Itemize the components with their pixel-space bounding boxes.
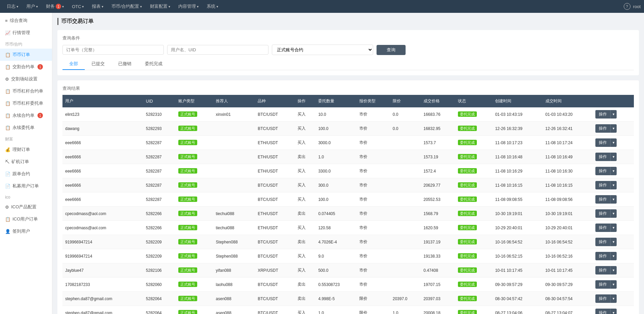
sidebar-item-leverage-orders[interactable]: 📋 币币杠杆合约单 (0, 85, 52, 97)
settings-icon: ⚙ (5, 77, 9, 82)
nav-item-reports[interactable]: 报表 ▾ (88, 0, 107, 13)
action-button[interactable]: 操作 (595, 138, 610, 147)
cell-limit-price (390, 164, 421, 178)
action-button[interactable]: 操作 (595, 124, 610, 133)
nav-item-content[interactable]: 内容管理 ▾ (175, 0, 202, 13)
order-number-input[interactable] (62, 45, 164, 55)
cell-variety: BTC/USDT (255, 122, 295, 136)
sidebar-item-copy-trade[interactable]: 📄 跟单合约 (0, 168, 52, 180)
cell-uid: 5282287 (143, 150, 176, 164)
cell-amount: 500.0 (315, 263, 357, 278)
nav-item-coin-config[interactable]: 币币/合约配置 ▾ (108, 0, 145, 13)
nav-item-otc[interactable]: OTC ▾ (69, 0, 87, 13)
action-dropdown-button[interactable]: ▾ (610, 138, 617, 147)
action-dropdown-button[interactable]: ▾ (610, 181, 617, 189)
sidebar-item-ico-product[interactable]: ⚙ ICO产品配置 (0, 201, 52, 213)
sidebar-item-delivery-settings[interactable]: ⚙ 交割场站设置 (0, 73, 52, 85)
action-button[interactable]: 操作 (595, 153, 610, 161)
cell-referrer: Stephen088 (213, 235, 255, 249)
nav-item-wealth-config[interactable]: 财富配置 ▾ (147, 0, 174, 13)
nav-item-system[interactable]: 系统 ▾ (203, 0, 222, 13)
sidebar-item-comprehensive[interactable]: ≡ 综合查询 (0, 15, 52, 27)
cell-action: 操作 ▾ (593, 178, 634, 192)
action-button[interactable]: 操作 (595, 238, 610, 246)
tab-completed[interactable]: 委托完成 (138, 58, 169, 70)
action-dropdown-button[interactable]: ▾ (610, 266, 617, 274)
action-dropdown-button[interactable]: ▾ (610, 294, 617, 303)
cell-trade-price: 19138.33 (421, 249, 455, 263)
sidebar-item-private-orders[interactable]: 📄 私募用户订单 (0, 180, 52, 192)
action-dropdown-button[interactable]: ▾ (610, 167, 617, 175)
cell-account-type: 正式账号 (176, 306, 213, 314)
action-dropdown-button[interactable]: ▾ (610, 195, 617, 204)
top-navigation: 日志 ▾ 用户 ▾ 财务 1 ▾ OTC ▾ 报表 ▾ 币币/合约配置 ▾ 财富… (0, 0, 644, 13)
cell-account-type: 正式账号 (176, 207, 213, 221)
cell-status: 委托完成 (455, 192, 493, 207)
action-dropdown-button[interactable]: ▾ (610, 153, 617, 161)
sidebar-item-ico-user-orders[interactable]: 📋 ICO用户订单 (0, 213, 52, 225)
main-layout: ≡ 综合查询 📈 行情管理 币币/合约 📋 币币订单 📋 交割合约单 1 ⚙ 交… (0, 13, 644, 314)
tab-all[interactable]: 全部 (62, 58, 85, 70)
cell-price-type: 市价 (357, 107, 390, 122)
action-button[interactable]: 操作 (595, 224, 610, 232)
cell-price-type: 市价 (357, 192, 390, 207)
sidebar-item-finance-orders[interactable]: 💰 理财订单 (0, 143, 52, 156)
action-button[interactable]: 操作 (595, 280, 610, 289)
action-button[interactable]: 操作 (595, 266, 610, 274)
sidebar-item-checkin-users[interactable]: 👤 签到用户 (0, 225, 52, 237)
help-icon[interactable]: ? (624, 3, 630, 10)
sidebar-item-perpetual-delegate[interactable]: 📋 永续委托单 (0, 122, 52, 134)
cell-uid: 5282266 (143, 221, 176, 235)
search-button[interactable]: 查询 (377, 45, 406, 55)
action-dropdown-button[interactable]: ▾ (610, 252, 617, 260)
tab-cancelled[interactable]: 已撤销 (111, 58, 138, 70)
user-info[interactable]: root (633, 4, 641, 9)
action-dropdown-button[interactable]: ▾ (610, 309, 617, 314)
action-dropdown-button[interactable]: ▾ (610, 209, 617, 218)
nav-item-finance[interactable]: 财务 1 ▾ (43, 0, 67, 13)
sidebar-item-coin-orders[interactable]: 📋 币币订单 (0, 49, 52, 61)
cell-price-type: 市价 (357, 221, 390, 235)
sidebar-item-perpetual-orders[interactable]: 📋 永续合约单 1 (0, 109, 52, 122)
user-uid-input[interactable] (167, 45, 268, 55)
sidebar-item-leverage-delegate[interactable]: 📋 币币杠杆委托单 (0, 97, 52, 109)
cell-uid: 5282287 (143, 164, 176, 178)
cell-operation: 买入 (295, 136, 315, 150)
dropdown-arrow: ▾ (197, 5, 199, 8)
nav-item-logs[interactable]: 日志 ▾ (3, 0, 22, 13)
nav-item-users[interactable]: 用户 ▾ (23, 0, 41, 13)
cell-amount: 4.998E-5 (315, 292, 357, 306)
sidebar-item-market[interactable]: 📈 行情管理 (0, 27, 52, 39)
action-dropdown-button[interactable]: ▾ (610, 280, 617, 289)
action-button[interactable]: 操作 (595, 195, 610, 204)
sidebar-item-miner-orders[interactable]: ⛏ 矿机订单 (0, 156, 52, 168)
cell-price-type: 市价 (357, 207, 390, 221)
action-button[interactable]: 操作 (595, 309, 610, 314)
account-type-select[interactable]: 正式账号合约 模拟账号合约 (272, 45, 373, 55)
action-button[interactable]: 操作 (595, 167, 610, 175)
list-icon: ≡ (5, 18, 8, 23)
action-button[interactable]: 操作 (595, 110, 610, 119)
action-button[interactable]: 操作 (595, 252, 610, 260)
cell-trade-time: 08-30 04:57:54 (543, 292, 593, 306)
action-dropdown-button[interactable]: ▾ (610, 110, 617, 119)
cell-create-time: 08-27 13:04:06 (492, 306, 543, 314)
action-button[interactable]: 操作 (595, 294, 610, 303)
action-dropdown-button[interactable]: ▾ (610, 238, 617, 246)
cell-account-type: 正式账号 (176, 122, 213, 136)
action-dropdown-button[interactable]: ▾ (610, 224, 617, 232)
cell-amount: 0.55308723 (315, 278, 357, 292)
sidebar-item-delivery-contract[interactable]: 📋 交割合约单 1 (0, 61, 52, 73)
table-row: eee6666 5282287 正式账号 ETH/USDT 买入 3300.0 … (62, 164, 634, 178)
action-button[interactable]: 操作 (595, 209, 610, 218)
dropdown-arrow: ▾ (62, 5, 64, 8)
action-dropdown-button[interactable]: ▾ (610, 124, 617, 133)
action-button[interactable]: 操作 (595, 181, 610, 189)
cell-user: dawang (62, 122, 143, 136)
cell-operation: 买入 (295, 221, 315, 235)
dropdown-arrow: ▾ (140, 5, 142, 8)
cell-amount: 10.0 (315, 107, 357, 122)
cell-limit-price (390, 221, 421, 235)
cell-price-type: 市价 (357, 136, 390, 150)
tab-submitted[interactable]: 已提交 (85, 58, 111, 70)
